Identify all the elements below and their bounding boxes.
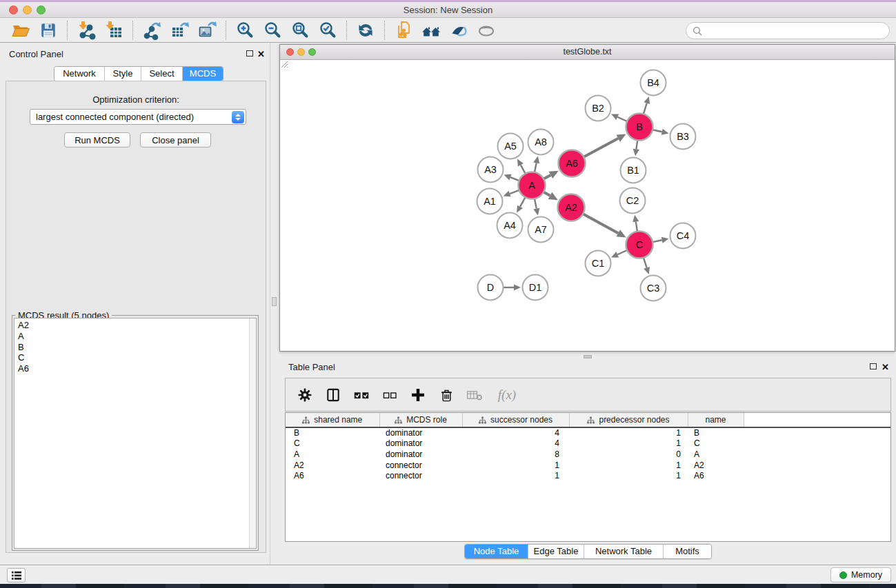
graph-node-B4[interactable]: B4 <box>641 70 666 96</box>
tab-edge-table[interactable]: Edge Table <box>528 545 584 558</box>
graph-node-A[interactable]: A <box>519 172 546 199</box>
graph-node-B[interactable]: B <box>626 114 653 141</box>
minimize-network-window-button[interactable] <box>297 48 305 56</box>
delete-table-button[interactable] <box>464 384 486 406</box>
graph-edge-A-A4[interactable] <box>520 197 526 207</box>
save-session-button[interactable] <box>34 19 62 41</box>
graph-node-A2[interactable]: A2 <box>558 194 585 221</box>
graph-edge-A-A3[interactable] <box>510 177 519 181</box>
add-column-button[interactable] <box>407 384 429 406</box>
tab-mcds[interactable]: MCDS <box>182 67 223 81</box>
refresh-button[interactable] <box>352 19 379 41</box>
tab-style[interactable]: Style <box>104 67 141 81</box>
graph-node-C2[interactable]: C2 <box>620 188 646 214</box>
graph-node-A8[interactable]: A8 <box>528 130 554 155</box>
mcds-result-item[interactable]: B <box>18 342 256 353</box>
close-panel-icon[interactable]: ✕ <box>257 51 265 58</box>
graph-node-D[interactable]: D <box>478 275 504 301</box>
minimize-window-button[interactable] <box>23 6 32 14</box>
graph-edge-C-C2[interactable] <box>636 222 637 232</box>
export-network-button[interactable] <box>138 19 166 41</box>
deselect-all-columns-button[interactable] <box>379 384 401 406</box>
first-neighbors-button[interactable] <box>417 19 445 41</box>
graph-node-C4[interactable]: C4 <box>670 223 696 249</box>
graph-node-B1[interactable]: B1 <box>621 158 646 183</box>
network-canvas[interactable]: B4B2BB3A8A5A6A3B1AA1C2A2A4A7C4CC1C3DD1 <box>280 60 895 351</box>
table-row[interactable]: Bdominator41B <box>286 427 890 438</box>
optimization-criterion-select[interactable]: largest connected component (directed) <box>30 109 246 125</box>
graph-node-D1[interactable]: D1 <box>523 275 548 301</box>
mcds-result-item[interactable]: A <box>18 331 256 342</box>
column-header-predecessor-nodes[interactable]: predecessor nodes <box>569 413 688 427</box>
zoom-fit-button[interactable] <box>286 19 314 41</box>
graph-edge-C-C1[interactable] <box>617 250 627 254</box>
tab-network[interactable]: Network <box>54 67 104 81</box>
graph-node-C1[interactable]: C1 <box>586 251 611 276</box>
export-image-button[interactable] <box>193 19 221 41</box>
close-panel-button[interactable]: Close panel <box>140 132 211 148</box>
graph-edge-C-C3[interactable] <box>644 258 647 268</box>
graph-node-C3[interactable]: C3 <box>641 276 666 301</box>
run-mcds-button[interactable]: Run MCDS <box>64 132 130 148</box>
graph-edge-B-B2[interactable] <box>617 117 627 121</box>
mcds-result-item[interactable]: C <box>18 352 256 363</box>
graph-node-C[interactable]: C <box>626 232 653 258</box>
table-panel-divider-handle[interactable] <box>584 355 592 358</box>
column-header-shared-name[interactable]: shared name <box>286 413 379 427</box>
graph-edge-A-A6[interactable] <box>544 175 550 179</box>
graph-node-A4[interactable]: A4 <box>497 213 523 239</box>
graph-node-A3[interactable]: A3 <box>478 157 504 183</box>
import-table-button[interactable] <box>100 19 128 41</box>
graph-edge-B-B3[interactable] <box>653 130 662 132</box>
float-panel-icon[interactable] <box>246 50 253 57</box>
table-settings-button[interactable] <box>294 384 316 406</box>
open-session-button[interactable] <box>7 19 34 41</box>
graph-edge-A-A8[interactable] <box>535 163 537 172</box>
hide-details-button[interactable] <box>445 19 472 41</box>
tab-node-table[interactable]: Node Table <box>465 545 528 558</box>
graph-node-A7[interactable]: A7 <box>528 217 554 243</box>
column-header-mcds-role[interactable]: MCDS role <box>379 413 462 427</box>
graph-edge-A-A1[interactable] <box>510 190 519 194</box>
export-table-button[interactable] <box>166 19 193 41</box>
table-row[interactable]: A2connector11A2 <box>286 460 890 471</box>
graph-node-A6[interactable]: A6 <box>559 150 586 177</box>
import-network-button[interactable] <box>72 19 100 41</box>
column-header-name[interactable]: name <box>688 413 744 427</box>
close-window-button[interactable] <box>9 6 18 14</box>
column-header-successor-nodes[interactable]: successor nodes <box>462 413 569 427</box>
graph-edge-A6-B[interactable] <box>584 139 618 157</box>
table-row[interactable]: A6connector11A6 <box>286 470 890 481</box>
mcds-result-item[interactable]: A2 <box>18 320 256 331</box>
graph-node-B3[interactable]: B3 <box>670 124 696 150</box>
function-builder-button[interactable]: f(x) <box>492 384 522 406</box>
delete-column-button[interactable] <box>435 384 457 406</box>
zoom-window-button[interactable] <box>37 6 46 14</box>
graph-node-A5[interactable]: A5 <box>498 134 524 159</box>
panel-divider-handle[interactable] <box>272 297 277 306</box>
graph-edge-A-A7[interactable] <box>535 199 537 209</box>
resize-grip-icon[interactable] <box>280 60 288 68</box>
float-table-panel-icon[interactable] <box>870 363 877 369</box>
show-columns-button[interactable] <box>322 384 344 406</box>
close-network-window-button[interactable] <box>286 48 294 56</box>
table-row[interactable]: Adominator80A <box>286 449 890 460</box>
zoom-selected-button[interactable] <box>314 19 341 41</box>
search-input[interactable] <box>706 26 883 36</box>
mcds-result-item[interactable]: A6 <box>18 363 256 374</box>
result-scrollbar[interactable] <box>249 318 256 548</box>
graph-edge-C-C4[interactable] <box>653 240 662 242</box>
graph-node-A1[interactable]: A1 <box>477 189 503 214</box>
search-field[interactable] <box>686 22 890 39</box>
table-row[interactable]: Cdominator41C <box>286 438 890 449</box>
clone-network-button[interactable] <box>390 19 417 41</box>
graph-edge-B-B1[interactable] <box>636 140 637 149</box>
memory-button[interactable]: Memory <box>830 567 891 582</box>
graph-node-B2[interactable]: B2 <box>586 96 611 121</box>
tab-network-table[interactable]: Network Table <box>584 545 663 558</box>
zoom-in-button[interactable] <box>231 19 259 41</box>
zoom-out-button[interactable] <box>259 19 286 41</box>
tab-select[interactable]: Select <box>141 67 182 81</box>
graph-edge-A2-C[interactable] <box>583 214 618 233</box>
close-table-panel-icon[interactable]: ✕ <box>882 364 889 371</box>
